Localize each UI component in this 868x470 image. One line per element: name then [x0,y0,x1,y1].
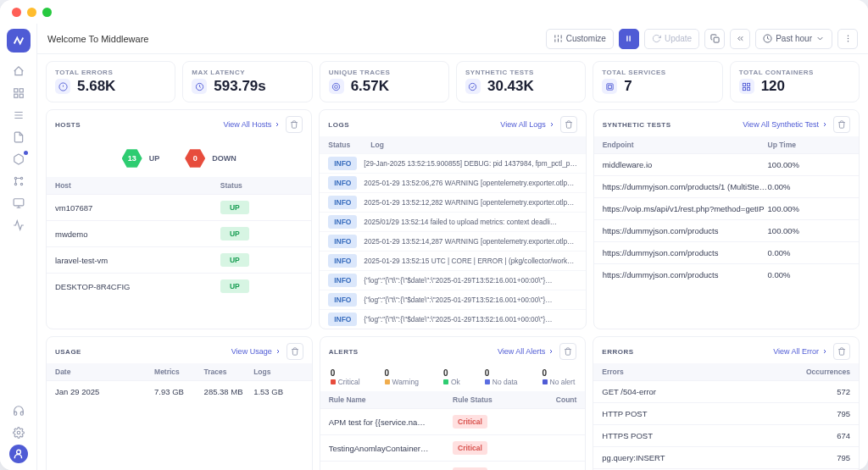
nav-grid-icon[interactable] [6,83,31,103]
legend-noalert: 0No alert [542,368,576,386]
synthetic-card: SYNTHETIC TESTS View All Synthetic Test … [593,109,860,329]
page-title: Welcome To Middleware [47,34,148,44]
log-row[interactable]: INFO2025-01-29 13:52:12,282 WARNING [ope… [320,192,585,212]
error-row[interactable]: pg.query:INSERT795 [593,446,859,468]
log-level-pill: INFO [328,235,357,248]
hosts-trash[interactable] [286,116,303,133]
usage-trash[interactable] [287,343,303,360]
log-level-pill: INFO [328,176,357,190]
host-row[interactable]: mwdemoUP [47,220,311,246]
log-row[interactable]: INFO{"log":"{\"t\":{\"$date\":\"2025-01-… [320,309,585,329]
svg-point-17 [16,450,20,454]
synth-row[interactable]: https://dummyjson.com/products100.00% [594,219,859,241]
timerange-select[interactable]: Past hour [755,29,832,49]
log-level-pill: INFO [328,215,357,229]
log-row[interactable]: INFO2025/01/29 13:52:14 failed to upload… [320,212,585,231]
log-row[interactable]: INFO{"log":"{\"t\":{\"$date\":\"2025-01-… [320,270,585,290]
collapse-button[interactable] [730,29,750,49]
legend-nodata: 0No data [485,368,518,386]
alert-row[interactable]: APM test for {{service.na…Critical [320,408,586,434]
synth-row[interactable]: https://dummyjson.com/products0.00% [594,241,859,263]
svg-point-7 [14,177,16,179]
nav-user-avatar[interactable] [9,445,28,463]
alerts-card: ALERTS View All Alerts 0Critical0Warning… [320,336,587,470]
kpi-2: UNIQUE TRACES6.57K [320,61,449,102]
svg-point-10 [20,183,22,185]
svg-point-8 [20,177,22,179]
synth-row[interactable]: https://voip.ms/api/v1/rest.php?method=g… [594,197,859,219]
close-dot[interactable] [12,8,21,17]
svg-rect-43 [748,87,750,90]
svg-rect-0 [14,89,17,92]
svg-rect-25 [630,36,631,41]
kpi-5: TOTAL CONTAINERS120 [730,61,860,102]
nav-monitor-icon[interactable] [6,193,31,213]
alert-row[interactable]: TestingAnomlayContainer…Critical [320,434,586,461]
log-row[interactable]: INFO{"log":"{\"t\":{\"$date\":\"2025-01-… [320,290,585,309]
nav-home-icon[interactable] [6,61,31,81]
usage-row: Jan 29 20257.93 GB285.38 MB1.53 GB [47,380,312,402]
log-row[interactable]: INFO2025-01-29 13:52:06,276 WARNING [ope… [320,173,585,192]
svg-point-36 [335,85,338,88]
usage-card: USAGE View Usage DateMetricsTracesLogs J… [46,336,313,470]
hosts-up-badge: 13UP [122,148,160,169]
kpi-0: TOTAL ERRORS5.68K [46,61,175,102]
log-row[interactable]: INFO2025-01-29 13:52:15 UTC | CORE | ERR… [320,251,585,270]
nav-cube-icon[interactable] [6,149,31,169]
nav-file-icon[interactable] [6,127,31,147]
kpi-icon [55,79,70,94]
errors-trash[interactable] [833,343,850,360]
log-row[interactable]: INFO[29-Jan-2025 13:52:15.900855] DEBUG:… [320,153,585,173]
errors-title: ERRORS [602,348,633,356]
alert-row[interactable]: 500 Status CodeCritical [320,461,586,470]
log-level-pill: INFO [328,293,357,307]
logs-link[interactable]: View All Logs [500,120,554,129]
svg-rect-13 [14,199,24,206]
host-row[interactable]: DESKTOP-8R4CFIGUP [47,273,311,299]
alerts-trash[interactable] [559,343,576,360]
logs-trash[interactable] [560,116,577,133]
pause-button[interactable] [619,29,639,49]
synth-row[interactable]: https://dummyjson.com/products/1 (MultiS… [594,175,859,197]
usage-link[interactable]: View Usage [231,347,281,356]
log-level-pill: INFO [328,196,357,209]
hosts-link[interactable]: View All Hosts [223,120,281,129]
nav-network-icon[interactable] [6,171,31,191]
svg-rect-2 [14,94,17,97]
host-row[interactable]: vm107687UP [47,194,311,220]
log-row[interactable]: INFO2025-01-29 13:52:14,287 WARNING [ope… [320,231,585,251]
copy-button[interactable] [704,29,725,49]
error-row[interactable]: HTTPS POST674 [593,424,859,446]
maximize-dot[interactable] [42,8,52,17]
svg-point-28 [847,36,848,36]
legend-crit: 0Critical [331,368,360,386]
errors-link[interactable]: View All Error [773,347,828,356]
status-pill: UP [220,227,249,241]
topbar: Welcome To Middleware Customize Update P… [37,24,868,54]
host-row[interactable]: laravel-test-vmUP [47,246,311,273]
customize-button[interactable]: Customize [546,29,614,49]
nav-settings-icon[interactable] [6,423,31,443]
nav-activity-icon[interactable] [6,215,31,235]
synth-row[interactable]: https://dummyjson.com/products0.00% [594,263,859,285]
log-level-pill: INFO [328,274,357,287]
synth-row[interactable]: middleware.io100.00% [594,153,859,175]
error-row[interactable]: HTTP POST795 [593,402,859,424]
alerts-link[interactable]: View All Alerts [498,347,554,356]
usage-title: USAGE [55,348,81,356]
more-button[interactable] [837,29,858,49]
error-row[interactable]: GET /504-error572 [593,380,859,402]
app-logo[interactable] [7,29,31,53]
nav-headphones-icon[interactable] [6,401,31,421]
update-button[interactable]: Update [644,29,699,49]
synth-link[interactable]: View All Synthetic Test [743,120,828,129]
minimize-dot[interactable] [27,8,36,17]
kpi-4: TOTAL SERVICES7 [593,61,722,102]
svg-point-9 [14,183,16,185]
synth-trash[interactable] [833,116,850,133]
svg-rect-40 [743,83,746,86]
legend-warn: 0Warning [385,368,419,386]
svg-rect-39 [608,85,611,88]
nav-list-icon[interactable] [6,105,31,125]
status-pill: UP [220,201,249,214]
